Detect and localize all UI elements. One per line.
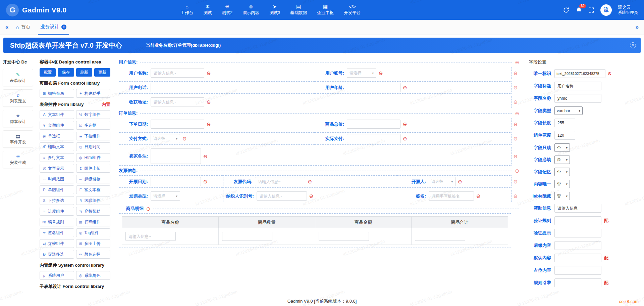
control-item[interactable]: ½数字组件 bbox=[76, 110, 111, 119]
nav-item-test2[interactable]: ✳测试2 bbox=[218, 3, 236, 17]
setting-input[interactable] bbox=[554, 69, 605, 78]
setting-input[interactable] bbox=[554, 94, 601, 103]
save-button[interactable]: 保存 bbox=[58, 68, 74, 77]
field-input[interactable] bbox=[255, 177, 305, 186]
site-link[interactable]: cojz8.com bbox=[619, 299, 639, 304]
remove-row-icon[interactable]: ⊖ bbox=[512, 147, 519, 166]
field-input[interactable] bbox=[347, 134, 400, 143]
remove-row-icon[interactable]: ⊖ bbox=[512, 190, 519, 202]
remove-row-icon[interactable]: ⊖ bbox=[512, 67, 519, 79]
tab-close-icon[interactable]: × bbox=[61, 25, 66, 30]
nav-item-workbench[interactable]: ⌂工作台 bbox=[177, 3, 197, 17]
remove-field-icon[interactable]: ⊖ bbox=[207, 122, 211, 127]
setting-input[interactable] bbox=[554, 254, 601, 262]
setting-input[interactable] bbox=[554, 119, 575, 127]
sidebar-item-script-design[interactable]: ★脚本设计 bbox=[3, 110, 33, 127]
setting-select[interactable]: 否▾ bbox=[554, 180, 570, 188]
remove-field-icon[interactable]: ⊖ bbox=[207, 99, 211, 104]
tabs-scroll-left[interactable]: « bbox=[5, 24, 8, 31]
setting-input[interactable] bbox=[554, 82, 601, 90]
sidebar-item-event-dev[interactable]: ▤事件开发 bbox=[3, 130, 33, 148]
update-button[interactable]: 更新 bbox=[94, 68, 110, 77]
remove-field-icon[interactable]: ⊖ bbox=[207, 71, 211, 76]
control-item[interactable]: ↥附件上传 bbox=[76, 164, 111, 173]
remove-row-icon[interactable]: ⊖ bbox=[512, 132, 519, 145]
tab-home[interactable]: ⌂ 首页 bbox=[13, 20, 33, 35]
remove-field-icon[interactable]: ⊖ bbox=[182, 136, 187, 141]
setting-suffix[interactable]: 配 bbox=[604, 218, 608, 224]
setting-input[interactable] bbox=[554, 204, 601, 213]
field-select[interactable]: 请选择▾ bbox=[429, 177, 455, 186]
control-item[interactable]: ⇄穿梭组件 bbox=[40, 239, 74, 248]
control-item[interactable]: ⊞栅格布局 bbox=[40, 89, 74, 98]
nav-item-base-data[interactable]: ▤基础数据 bbox=[287, 3, 310, 17]
setting-suffix[interactable]: 配 bbox=[604, 280, 608, 286]
detail-input[interactable] bbox=[415, 232, 465, 241]
field-input[interactable] bbox=[151, 83, 204, 92]
control-item[interactable]: ≣下拉组件 bbox=[76, 132, 111, 140]
nav-item-dev-platform[interactable]: </>开发平台 bbox=[340, 3, 364, 17]
refresh-button[interactable]: 刷新 bbox=[76, 68, 92, 77]
setting-input[interactable] bbox=[554, 216, 601, 225]
nav-item-test[interactable]: ❄测试 bbox=[200, 3, 215, 17]
control-item[interactable]: ✦构建助手 bbox=[76, 89, 111, 98]
control-item[interactable]: №编号规则 bbox=[40, 218, 74, 226]
control-item[interactable]: ⌘文字显示 bbox=[40, 164, 74, 173]
control-item[interactable]: E富文本框 bbox=[76, 185, 111, 194]
setting-suffix[interactable]: 配 bbox=[604, 255, 608, 261]
control-item[interactable]: ⊞多图上传 bbox=[76, 239, 111, 248]
control-item[interactable]: ⇆穿梭帮助 bbox=[76, 207, 111, 216]
control-item[interactable]: ◎系统角色 bbox=[76, 271, 111, 280]
control-item[interactable]: ✒签名组件 bbox=[40, 228, 74, 237]
control-item[interactable]: Æ辅助文本 bbox=[40, 142, 74, 151]
field-input[interactable] bbox=[151, 120, 204, 129]
tabs-scroll-right[interactable]: » bbox=[636, 24, 639, 31]
control-item[interactable]: A文本组件 bbox=[40, 110, 74, 119]
field-select[interactable]: 请选择▾ bbox=[347, 69, 376, 78]
field-input[interactable] bbox=[429, 191, 474, 201]
user-info[interactable]: 流之云 系统管理员 bbox=[618, 5, 638, 15]
remove-field-icon[interactable]: ⊖ bbox=[458, 179, 462, 184]
control-item[interactable]: ρ系统用户 bbox=[40, 271, 74, 280]
field-input[interactable] bbox=[151, 177, 201, 186]
avatar[interactable]: 流 bbox=[600, 4, 612, 16]
detail-input[interactable] bbox=[319, 232, 369, 241]
setting-select[interactable]: 否▾ bbox=[554, 168, 570, 176]
remove-group-icon[interactable]: ⊖ bbox=[515, 111, 519, 116]
setting-select[interactable]: varchar▾ bbox=[554, 106, 583, 115]
remove-detail-icon[interactable]: ⊖ bbox=[146, 206, 151, 211]
control-item[interactable]: Ð穿透多选 bbox=[40, 250, 74, 259]
control-item[interactable]: S下拉多选 bbox=[40, 196, 74, 205]
setting-input[interactable] bbox=[554, 229, 601, 237]
remove-group-icon[interactable]: ⊖ bbox=[515, 60, 519, 65]
control-item[interactable]: ∞超级链接 bbox=[76, 175, 111, 183]
remove-field-icon[interactable]: ⊖ bbox=[403, 85, 407, 90]
field-input[interactable] bbox=[151, 97, 204, 106]
control-item[interactable]: ◉单选框 bbox=[40, 132, 74, 140]
field-input[interactable] bbox=[347, 120, 400, 129]
sidebar-item-install-generate[interactable]: ✳安装生成 bbox=[3, 151, 33, 168]
control-item[interactable]: §级联组件 bbox=[76, 196, 111, 205]
remove-row-icon[interactable]: ⊖ bbox=[512, 118, 519, 130]
tab-business-design[interactable]: 业务设计 × bbox=[38, 20, 69, 35]
sidebar-item-form-design[interactable]: ✎表单设计 bbox=[3, 69, 33, 86]
field-input[interactable] bbox=[347, 83, 400, 92]
control-item[interactable]: ◍Html组件 bbox=[76, 153, 111, 162]
fullscreen-icon[interactable] bbox=[588, 7, 594, 13]
field-textarea[interactable] bbox=[151, 148, 201, 164]
remove-row-icon[interactable]: ⊖ bbox=[512, 96, 519, 108]
remove-field-icon[interactable]: ⊖ bbox=[308, 179, 312, 184]
banner-close-icon[interactable]: × bbox=[630, 42, 636, 48]
remove-field-icon[interactable]: ⊖ bbox=[476, 193, 481, 199]
control-item[interactable]: ≈进度组件 bbox=[40, 207, 74, 216]
nav-item-enterprise-hub[interactable]: ▦企业中枢 bbox=[314, 3, 337, 17]
remove-field-icon[interactable]: ⊖ bbox=[203, 179, 208, 184]
setting-suffix[interactable]: S bbox=[608, 71, 611, 76]
nav-item-test3[interactable]: ➤测试3 bbox=[266, 3, 283, 17]
setting-input[interactable] bbox=[554, 241, 601, 250]
control-item[interactable]: ¥金额组件 bbox=[40, 121, 74, 130]
detail-input[interactable] bbox=[222, 232, 272, 241]
control-item[interactable]: ▦扫码组件 bbox=[76, 218, 111, 226]
setting-input[interactable] bbox=[554, 266, 601, 275]
refresh-icon[interactable] bbox=[563, 7, 570, 13]
